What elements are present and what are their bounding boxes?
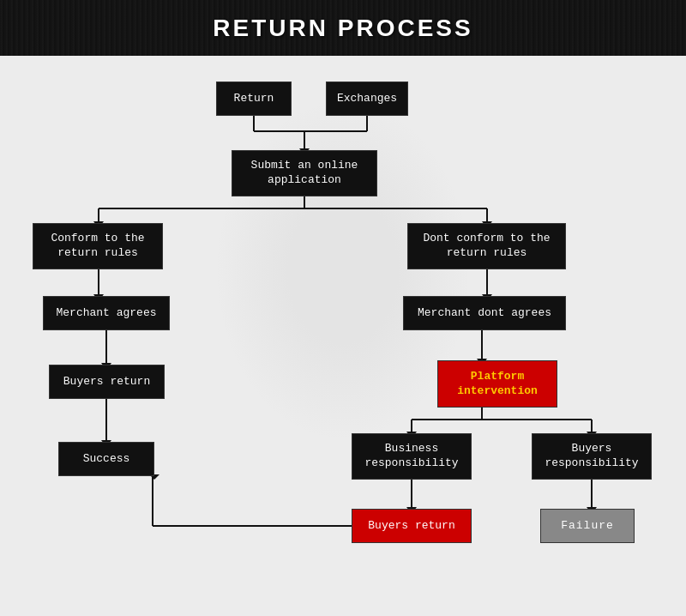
conform-box: Conform to thereturn rules xyxy=(33,223,163,269)
return-box: Return xyxy=(216,82,292,116)
failure-box: Failure xyxy=(540,509,635,543)
merchant-dont-box: Merchant dont agrees xyxy=(403,296,566,330)
flowchart-area: Return Exchanges Submit an onlineapplica… xyxy=(0,56,686,616)
merchant-agrees-box: Merchant agrees xyxy=(43,296,170,330)
page-header: RETURN PROCESS xyxy=(0,0,686,56)
dont-conform-box: Dont conform to thereturn rules xyxy=(407,223,566,269)
page-title: RETURN PROCESS xyxy=(213,15,472,42)
buyers-return-left-box: Buyers return xyxy=(49,365,165,399)
business-resp-box: Businessresponsibility xyxy=(352,433,472,480)
submit-box: Submit an onlineapplication xyxy=(232,150,377,196)
success-box: Success xyxy=(58,442,154,476)
platform-intervention-box: Platformintervention xyxy=(437,360,557,408)
exchanges-box: Exchanges xyxy=(326,82,408,116)
buyers-return-right-box: Buyers return xyxy=(352,509,472,543)
buyers-resp-box: Buyersresponsibility xyxy=(532,433,652,480)
